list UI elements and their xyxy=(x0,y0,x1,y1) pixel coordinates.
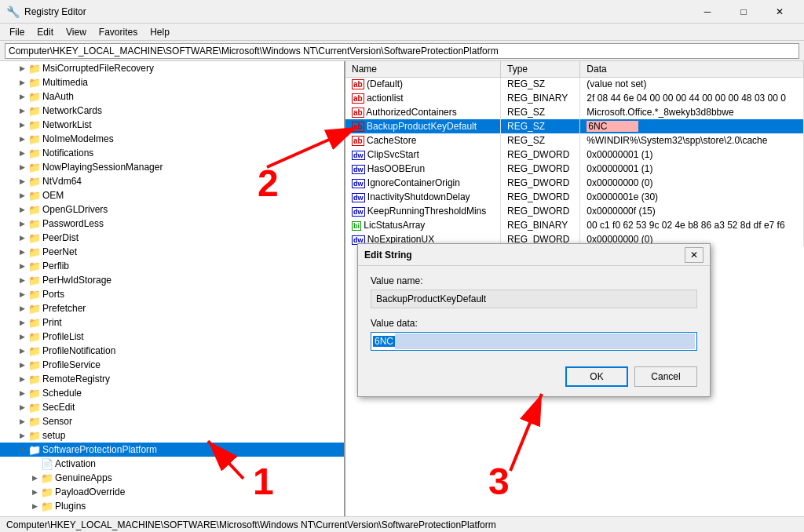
tree-toggle[interactable]: ▶ xyxy=(16,189,28,202)
tree-item[interactable]: ▶📁NoImeModelmes xyxy=(0,132,344,146)
tree-toggle[interactable]: ▶ xyxy=(16,104,28,117)
tree-toggle[interactable]: ▶ xyxy=(16,373,28,385)
ok-button[interactable]: OK xyxy=(565,366,628,387)
tree-toggle[interactable]: ▶ xyxy=(16,387,28,399)
tree-item-label: Print xyxy=(42,317,62,328)
table-row[interactable]: ab BackupProductKeyDefaultREG_SZ6NC xyxy=(345,119,804,133)
tree-toggle[interactable]: ▶ xyxy=(16,330,28,343)
tree-item-label: SecEdit xyxy=(42,402,75,413)
tree-toggle[interactable] xyxy=(28,457,41,470)
tree-toggle[interactable]: ▶ xyxy=(16,274,28,286)
tree-toggle[interactable]: ▶ xyxy=(16,90,28,103)
tree-item[interactable]: ▶📁PeerNet xyxy=(0,245,344,259)
tree-item[interactable]: ▶📁NowPlayingSessionManager xyxy=(0,160,344,174)
tree-item-label: Activation xyxy=(55,458,96,469)
menu-file[interactable]: File xyxy=(3,25,31,39)
tree-item[interactable]: ▾📁SoftwareProtectionPlatform xyxy=(0,443,344,457)
tree-toggle[interactable]: ▶ xyxy=(16,302,28,315)
tree-toggle[interactable]: ▶ xyxy=(16,161,28,173)
tree-toggle[interactable]: ▶ xyxy=(28,472,41,484)
table-row[interactable]: dw IgnoreContainerOriginREG_DWORD0x00000… xyxy=(345,176,804,190)
minimize-button[interactable]: ─ xyxy=(689,0,725,24)
tree-item[interactable]: ▶📁setup xyxy=(0,428,344,443)
tree-toggle[interactable]: ▶ xyxy=(16,344,28,357)
tree-item[interactable]: ▶📁SecEdit xyxy=(0,400,344,414)
tree-toggle[interactable]: ▶ xyxy=(16,133,28,145)
tree-toggle[interactable]: ▾ xyxy=(16,443,28,456)
maximize-button[interactable]: □ xyxy=(725,0,762,24)
menu-edit[interactable]: Edit xyxy=(31,25,60,39)
tree-item[interactable]: ▶📁Plugins xyxy=(0,499,344,513)
tree-item[interactable]: ▶📁Ports xyxy=(0,287,344,301)
tree-item[interactable]: ▶📁Multimedia xyxy=(0,75,344,89)
value-name-input[interactable] xyxy=(371,290,697,308)
tree-item[interactable]: ▶📁PayloadOverride xyxy=(0,485,344,499)
tree-toggle[interactable]: ▶ xyxy=(16,118,28,131)
tree-toggle[interactable]: ▶ xyxy=(28,486,41,498)
address-input[interactable] xyxy=(5,43,799,59)
tree-item-label: NowPlayingSessionManager xyxy=(42,162,163,173)
tree-item[interactable]: ▶📁NetworkCards xyxy=(0,104,344,118)
tree-item[interactable]: ▶📁Sensor xyxy=(0,414,344,428)
table-row[interactable]: dw InactivityShutdownDelayREG_DWORD0x000… xyxy=(345,190,804,204)
tree-toggle[interactable]: ▶ xyxy=(16,175,28,188)
tree-toggle[interactable]: ▶ xyxy=(16,147,28,159)
tree-item[interactable]: ▶📁OpenGLDrivers xyxy=(0,202,344,217)
tree-toggle[interactable]: ▶ xyxy=(16,246,28,258)
tree-item[interactable]: ▶📁Schedule xyxy=(0,386,344,400)
col-type: Type xyxy=(501,61,580,77)
table-row[interactable]: dw HasOOBErunREG_DWORD0x00000001 (1) xyxy=(345,162,804,176)
tree-item[interactable]: ▶📁Print xyxy=(0,315,344,330)
tree-item[interactable]: ▶📁RemoteRegistry xyxy=(0,372,344,386)
tree-item[interactable]: ▶📁ProfileService xyxy=(0,358,344,372)
tree-item[interactable]: ▶📁NaAuth xyxy=(0,89,344,104)
tree-toggle[interactable]: ▶ xyxy=(16,288,28,301)
tree-item[interactable]: ▶📁NetworkList xyxy=(0,118,344,132)
table-row[interactable]: ab AuthorizedContainersREG_SZMicrosoft.O… xyxy=(345,105,804,119)
reg-type: REG_BINARY xyxy=(501,218,580,232)
table-row[interactable]: ab actionlistREG_BINARY2f 08 44 6e 04 00… xyxy=(345,91,804,105)
tree-item[interactable]: ▶📁PasswordLess xyxy=(0,217,344,231)
tree-item[interactable]: 📄Activation xyxy=(0,457,344,471)
tree-item[interactable]: ▶📁ProfileList xyxy=(0,330,344,344)
tree-item[interactable]: ▶📁MsiCorruptedFileRecovery xyxy=(0,61,344,75)
tree-item-label: NoImeModelmes xyxy=(42,133,114,144)
tree-toggle[interactable]: ▶ xyxy=(16,316,28,329)
tree-item[interactable]: ▶📁PerHwIdStorage xyxy=(0,273,344,287)
tree-toggle[interactable]: ▶ xyxy=(16,76,28,89)
folder-icon: 📁 xyxy=(28,401,41,414)
tree-item[interactable]: ▶📁Notifications xyxy=(0,146,344,160)
tree-item[interactable]: ▶📁ReferralData xyxy=(0,513,344,516)
menu-view[interactable]: View xyxy=(60,25,93,39)
tree-toggle[interactable]: ▶ xyxy=(16,203,28,216)
tree-toggle[interactable]: ▶ xyxy=(16,260,28,272)
tree-item[interactable]: ▶📁GenuineApps xyxy=(0,471,344,485)
tree-toggle[interactable]: ▶ xyxy=(16,217,28,230)
tree-toggle[interactable]: ▶ xyxy=(16,359,28,371)
window-controls: ─ □ ✕ xyxy=(689,0,798,24)
tree-toggle[interactable]: ▶ xyxy=(16,231,28,244)
dialog-close-button[interactable]: ✕ xyxy=(685,247,704,263)
tree-toggle[interactable]: ▶ xyxy=(28,514,41,516)
tree-toggle[interactable]: ▶ xyxy=(16,62,28,75)
tree-item[interactable]: ▶📁NtVdm64 xyxy=(0,174,344,188)
table-row[interactable]: dw ClipSvcStartREG_DWORD0x00000001 (1) xyxy=(345,148,804,162)
table-row[interactable]: dw KeepRunningThresholdMinsREG_DWORD0x00… xyxy=(345,204,804,218)
tree-item[interactable]: ▶📁Perflib xyxy=(0,259,344,273)
cancel-button[interactable]: Cancel xyxy=(634,366,697,387)
tree-toggle[interactable]: ▶ xyxy=(16,429,28,442)
table-row[interactable]: bi LicStatusArrayREG_BINARY00 c1 f0 62 5… xyxy=(345,218,804,232)
tree-toggle[interactable]: ▶ xyxy=(16,401,28,414)
menu-help[interactable]: Help xyxy=(144,25,176,39)
folder-icon: 📁 xyxy=(28,147,41,159)
tree-item[interactable]: ▶📁OEM xyxy=(0,188,344,202)
menu-favorites[interactable]: Favorites xyxy=(93,25,144,39)
close-button[interactable]: ✕ xyxy=(762,0,798,24)
tree-item[interactable]: ▶📁Prefetcher xyxy=(0,301,344,315)
tree-toggle[interactable]: ▶ xyxy=(16,415,28,428)
tree-item[interactable]: ▶📁ProfileNotification xyxy=(0,344,344,358)
table-row[interactable]: ab CacheStoreREG_SZ%WINDIR%\System32\spp… xyxy=(345,133,804,148)
tree-toggle[interactable]: ▶ xyxy=(28,500,41,512)
tree-item[interactable]: ▶📁PeerDist xyxy=(0,231,344,245)
table-row[interactable]: ab (Default)REG_SZ(value not set) xyxy=(345,77,804,91)
